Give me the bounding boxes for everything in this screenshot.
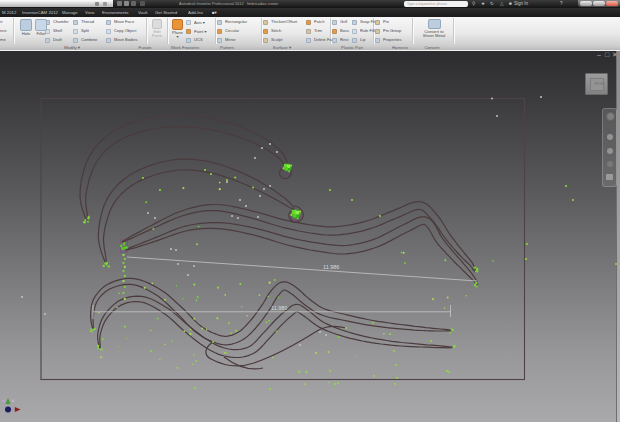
svg-text:11.986: 11.986	[323, 264, 339, 270]
svg-text:11.980: 11.980	[271, 305, 287, 311]
